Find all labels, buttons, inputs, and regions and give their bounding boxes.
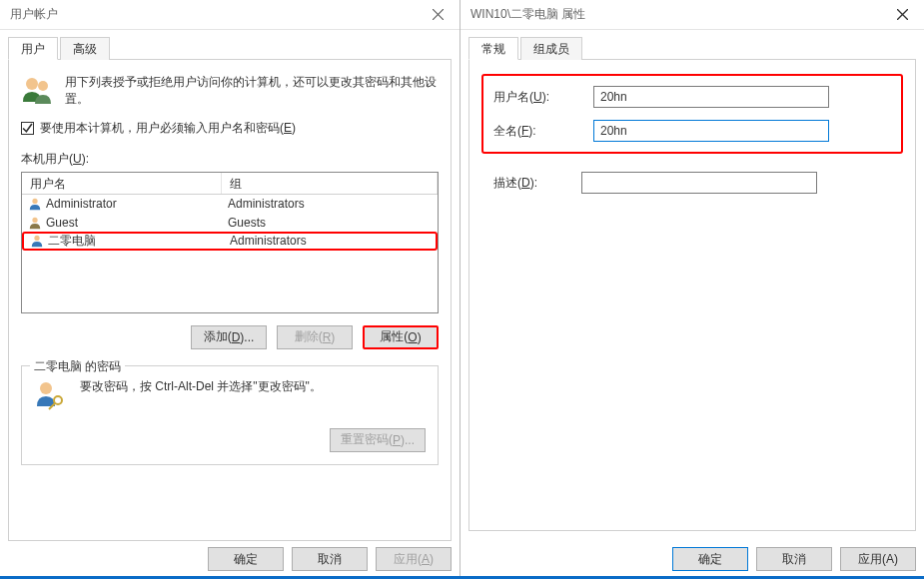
password-text: 要改密码，按 Ctrl-Alt-Del 并选择"更改密码"。 [80, 378, 322, 395]
cancel-button[interactable]: 取消 [756, 547, 832, 571]
user-icon [28, 216, 42, 230]
highlighted-fields: 用户名(U): 全名(F): [481, 74, 903, 154]
list-item[interactable]: Administrator Administrators [22, 195, 438, 214]
tab-panel-user: 用下列表授予或拒绝用户访问你的计算机，还可以更改其密码和其他设置。 要使用本计算… [8, 60, 452, 541]
description-field[interactable] [581, 172, 817, 194]
checkbox-icon [21, 122, 34, 135]
checkbox-label: 要使用本计算机，用户必须输入用户名和密码(E) [40, 120, 296, 137]
close-icon [433, 9, 444, 20]
cancel-button[interactable]: 取消 [292, 547, 368, 571]
dialog-title: WIN10\二零电脑 属性 [470, 6, 880, 23]
users-icon [21, 74, 53, 106]
tabs: 常规 组成员 [468, 36, 916, 60]
close-icon [897, 9, 908, 20]
tab-general[interactable]: 常规 [468, 37, 518, 60]
key-user-icon [34, 378, 66, 410]
password-groupbox: 二零电脑 的密码 要改密码，按 Ctrl-Alt-Del 并选择"更改密码"。 … [21, 365, 439, 465]
titlebar: 用户帐户 [0, 0, 460, 30]
fullname-field[interactable] [593, 120, 829, 142]
add-button[interactable]: 添加(D)... [191, 325, 267, 349]
close-button[interactable] [416, 0, 460, 30]
list-item[interactable]: Guest Guests [22, 214, 438, 233]
remove-button[interactable]: 删除(R) [277, 325, 353, 349]
tab-members[interactable]: 组成员 [520, 37, 582, 60]
user-icon [30, 234, 44, 248]
intro-text: 用下列表授予或拒绝用户访问你的计算机，还可以更改其密码和其他设置。 [65, 74, 439, 108]
tab-panel-general: 用户名(U): 全名(F): 描述(D): [468, 60, 916, 531]
svg-point-7 [40, 382, 52, 394]
close-button[interactable] [880, 0, 924, 30]
reset-password-button[interactable]: 重置密码(P)... [330, 428, 426, 452]
svg-point-5 [32, 218, 37, 223]
fullname-label: 全名(F): [493, 123, 593, 140]
ok-button[interactable]: 确定 [672, 547, 748, 571]
svg-point-2 [26, 78, 38, 90]
column-username[interactable]: 用户名 [22, 173, 222, 194]
svg-point-3 [38, 81, 48, 91]
user-accounts-dialog: 用户帐户 用户 高级 用下列表授予或拒绝用户访问你的计算机，还可以更改其密码和其… [0, 0, 461, 579]
username-field[interactable] [593, 86, 829, 108]
tab-advanced[interactable]: 高级 [60, 37, 110, 60]
tab-user[interactable]: 用户 [8, 37, 58, 60]
user-icon [28, 197, 42, 211]
groupbox-title: 二零电脑 的密码 [30, 358, 125, 375]
list-item-selected[interactable]: 二零电脑 Administrators [22, 232, 438, 251]
users-listview[interactable]: 用户名 组 Administrator Administrators [21, 172, 439, 313]
titlebar: WIN10\二零电脑 属性 [461, 0, 924, 30]
user-properties-dialog: WIN10\二零电脑 属性 常规 组成员 用户名(U): [461, 0, 924, 579]
properties-button[interactable]: 属性(O) [363, 325, 439, 349]
require-password-checkbox[interactable]: 要使用本计算机，用户必须输入用户名和密码(E) [21, 120, 439, 137]
column-group[interactable]: 组 [222, 173, 438, 194]
svg-point-6 [34, 236, 39, 241]
dialog-title: 用户帐户 [10, 6, 416, 23]
svg-point-4 [32, 199, 37, 204]
description-label: 描述(D): [481, 175, 581, 192]
username-label: 用户名(U): [493, 89, 593, 106]
svg-point-8 [54, 396, 62, 404]
listview-header: 用户名 组 [22, 173, 438, 195]
tabs: 用户 高级 [8, 36, 452, 60]
apply-button[interactable]: 应用(A) [376, 547, 452, 571]
apply-button[interactable]: 应用(A) [840, 547, 916, 571]
ok-button[interactable]: 确定 [208, 547, 284, 571]
users-list-label: 本机用户(U): [21, 151, 439, 168]
